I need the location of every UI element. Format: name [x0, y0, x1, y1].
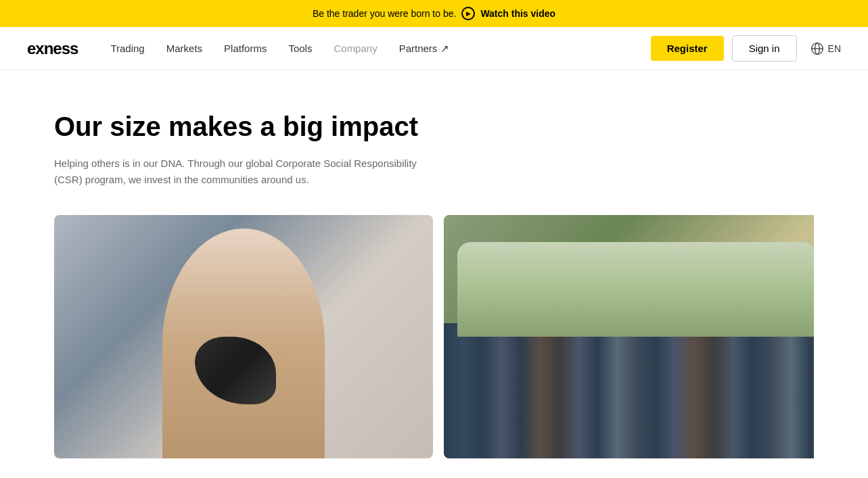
banner-text: Be the trader you were born to be.: [313, 8, 456, 19]
banner-cta[interactable]: Watch this video: [480, 8, 555, 19]
lang-label: EN: [828, 43, 841, 54]
page-headline: Our size makes a big impact: [54, 111, 460, 142]
woman-dog-image: [54, 215, 433, 458]
gallery-image-1: [54, 215, 433, 458]
nav-company[interactable]: Company: [334, 43, 377, 54]
nav-trading[interactable]: Trading: [110, 43, 144, 54]
main-nav: exness Trading Markets Platforms Tools C…: [0, 27, 868, 70]
globe-icon: [810, 42, 824, 55]
signin-button[interactable]: Sign in: [732, 35, 797, 62]
audience-image: [444, 215, 814, 458]
nav-tools[interactable]: Tools: [288, 43, 312, 54]
nav-links: Trading Markets Platforms Tools Company …: [110, 43, 650, 55]
logo[interactable]: exness: [27, 39, 78, 58]
nav-markets[interactable]: Markets: [166, 43, 202, 54]
gallery-image-2: [444, 215, 814, 458]
nav-actions: Register Sign in EN: [651, 35, 841, 62]
nav-platforms[interactable]: Platforms: [224, 43, 267, 54]
lang-selector[interactable]: EN: [810, 42, 841, 55]
main-content: Our size makes a big impact Helping othe…: [0, 70, 868, 478]
nav-partners[interactable]: Partners ↗: [399, 43, 449, 55]
top-banner: Be the trader you were born to be. ▶ Wat…: [0, 0, 868, 27]
play-icon: ▶: [461, 7, 475, 20]
register-button[interactable]: Register: [651, 36, 724, 61]
page-subtitle: Helping others is in our DNA. Through ou…: [54, 156, 433, 188]
image-gallery: [54, 215, 814, 458]
